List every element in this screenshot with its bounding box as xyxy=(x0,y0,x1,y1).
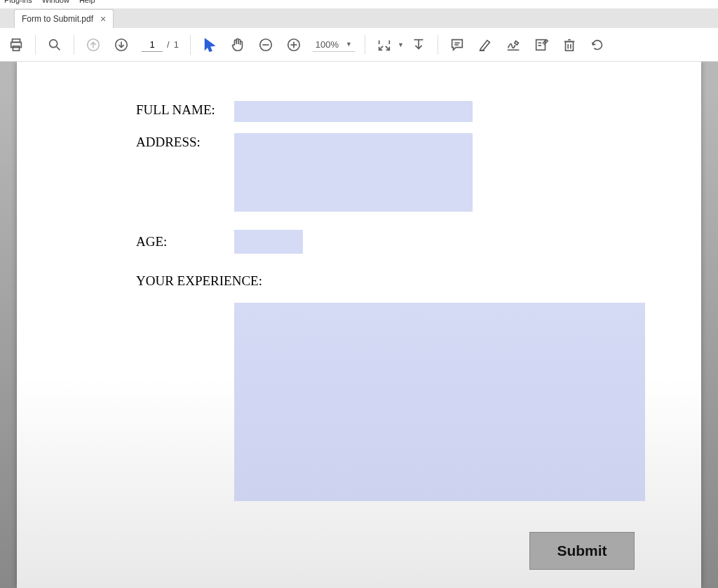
minus-circle-icon xyxy=(258,37,273,53)
tab-bar: Form to Submit.pdf × xyxy=(0,8,718,28)
trash-icon xyxy=(562,37,577,53)
page-number-input[interactable] xyxy=(142,38,163,52)
menu-plugins[interactable]: Plug-ins xyxy=(4,0,32,4)
fit-width-button[interactable] xyxy=(371,32,398,58)
signature-icon xyxy=(506,37,521,53)
input-age[interactable] xyxy=(234,230,303,254)
sign-button[interactable] xyxy=(500,32,527,58)
chevron-down-icon[interactable]: ▼ xyxy=(398,41,404,48)
zoom-dropdown[interactable]: 100% ▼ xyxy=(313,38,355,52)
fit-page-icon xyxy=(411,37,426,53)
svg-rect-2 xyxy=(13,46,19,50)
field-row-fullname: FULL NAME: xyxy=(136,101,582,122)
select-tool-button[interactable] xyxy=(196,32,223,58)
field-row-address: ADDRESS: xyxy=(136,133,582,212)
page-slash: / xyxy=(167,39,170,50)
input-address[interactable] xyxy=(234,133,473,212)
tab-title: Form to Submit.pdf xyxy=(22,14,93,24)
edit-text-icon xyxy=(534,37,549,53)
label-address: ADDRESS: xyxy=(136,133,234,150)
input-experience[interactable] xyxy=(234,303,645,501)
next-page-button[interactable] xyxy=(108,32,135,58)
separator xyxy=(35,35,36,55)
menu-window[interactable]: Window xyxy=(42,0,69,4)
edit-button[interactable] xyxy=(528,32,555,58)
plus-circle-icon xyxy=(286,37,302,53)
svg-line-4 xyxy=(57,46,60,50)
pdf-page: FULL NAME: ADDRESS: AGE: YOUR EXPERIENCE… xyxy=(17,62,701,588)
toolbar: / 1 100% ▼ ▼ xyxy=(0,28,718,62)
chevron-down-icon: ▼ xyxy=(346,41,352,48)
label-age: AGE: xyxy=(136,223,234,249)
print-button[interactable] xyxy=(3,32,29,58)
rotate-icon xyxy=(590,37,605,53)
label-experience: YOUR EXPERIENCE: xyxy=(136,272,262,289)
separator xyxy=(190,35,191,55)
delete-button[interactable] xyxy=(556,32,583,58)
arrow-up-icon xyxy=(86,37,101,53)
rotate-view-button[interactable] xyxy=(405,32,432,58)
svg-point-3 xyxy=(50,39,57,47)
label-fullname: FULL NAME: xyxy=(136,101,234,118)
arrow-down-icon xyxy=(114,37,129,53)
page-indicator: / 1 xyxy=(142,38,179,52)
fit-width-icon xyxy=(377,37,392,53)
highlight-button[interactable] xyxy=(472,32,499,58)
comment-button[interactable] xyxy=(444,32,470,58)
zoom-out-button[interactable] xyxy=(252,32,279,58)
close-icon[interactable]: × xyxy=(100,14,106,24)
field-row-experience-label: YOUR EXPERIENCE: xyxy=(136,272,582,289)
rotate-button[interactable] xyxy=(584,32,611,58)
prev-page-button[interactable] xyxy=(80,32,107,58)
separator xyxy=(438,35,438,55)
svg-rect-27 xyxy=(565,41,573,50)
print-icon xyxy=(8,37,24,53)
menu-help[interactable]: Help xyxy=(79,0,95,4)
form-area: FULL NAME: ADDRESS: AGE: YOUR EXPERIENCE… xyxy=(17,62,701,501)
highlight-icon xyxy=(477,37,493,53)
search-button[interactable] xyxy=(41,32,68,58)
cursor-icon xyxy=(202,37,217,53)
input-fullname[interactable] xyxy=(234,101,473,122)
hand-icon xyxy=(230,37,245,53)
zoom-in-button[interactable] xyxy=(280,32,307,58)
document-viewer[interactable]: FULL NAME: ADDRESS: AGE: YOUR EXPERIENCE… xyxy=(0,62,718,588)
separator xyxy=(365,35,365,55)
comment-icon xyxy=(449,37,465,53)
zoom-value: 100% xyxy=(316,39,339,50)
page-total: 1 xyxy=(174,39,179,50)
search-icon xyxy=(47,37,62,53)
menu-bar: Plug-ins Window Help xyxy=(0,0,718,8)
document-tab[interactable]: Form to Submit.pdf × xyxy=(14,9,114,28)
submit-button[interactable]: Submit xyxy=(529,532,635,570)
svg-rect-24 xyxy=(536,39,546,50)
field-row-age: AGE: xyxy=(136,223,582,254)
separator xyxy=(74,35,74,55)
hand-tool-button[interactable] xyxy=(224,32,251,58)
